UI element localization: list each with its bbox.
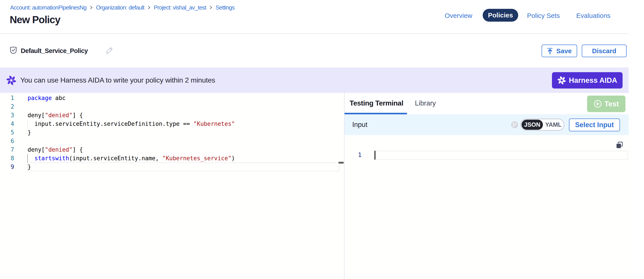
format-toggle: JSON YAML: [520, 119, 564, 131]
input-line-number: 1: [344, 151, 362, 159]
tab-policy-sets[interactable]: Policy Sets: [527, 12, 560, 20]
header-tabs: OverviewPoliciesPolicy SetsEvaluations: [0, 0, 628, 31]
tab-overview[interactable]: Overview: [445, 12, 472, 20]
code-text: deny["denied"] {: [14, 146, 83, 154]
line-number: 5: [0, 128, 14, 137]
line-number: 9: [0, 163, 14, 171]
code-text: deny["denied"] {: [14, 111, 83, 120]
code-token-pl: ] {: [72, 146, 83, 153]
tab-evaluations[interactable]: Evaluations: [576, 12, 610, 20]
testing-terminal-panel: Testing Terminal Library Test Input: [344, 93, 628, 279]
save-button-label: Save: [556, 47, 572, 55]
code-token-kw: package: [28, 95, 52, 101]
aida-button-label: Harness AIDA: [569, 76, 617, 84]
line-number: 4: [0, 120, 14, 128]
policy-editor-page: Account: automationPipelinesNgOrganizati…: [0, 0, 644, 279]
code-token-kw: startswith: [34, 155, 69, 162]
code-text: startswith(input.serviceEntity.name, "Ku…: [14, 154, 235, 163]
input-current-line-highlight: [375, 151, 628, 160]
code-token-pl: }: [28, 164, 31, 170]
code-token-pl: abc: [52, 95, 66, 101]
aida-banner: You can use Harness AIDA to write your p…: [0, 68, 628, 93]
code-line: 8 startswith(input.serviceEntity.name, "…: [0, 154, 344, 163]
tab-policies[interactable]: Policies: [483, 9, 518, 22]
terminal-tabs: Testing Terminal Library Test: [344, 93, 628, 114]
test-button[interactable]: Test: [587, 96, 626, 112]
code-text: input.serviceEntity.serviceDefinition.ty…: [14, 120, 235, 128]
git-branch-icon[interactable]: [511, 122, 518, 129]
code-token-pl: deny[: [28, 146, 45, 153]
policy-code-editor[interactable]: 1package abc23deny["denied"] {4 input.se…: [0, 93, 344, 279]
policy-toolbar: Default_Service_Policy Save Discard: [0, 34, 628, 68]
line-number: 3: [0, 111, 14, 120]
line-number: 6: [0, 137, 14, 146]
code-line: 6: [0, 137, 344, 146]
code-line: 4 input.serviceEntity.serviceDefinition.…: [0, 120, 344, 128]
input-editor[interactable]: 1: [344, 135, 628, 279]
play-circle-icon: [594, 100, 602, 108]
tab-testing-terminal[interactable]: Testing Terminal: [350, 99, 403, 107]
banner-message: You can use Harness AIDA to write your p…: [20, 68, 215, 93]
code-line: 9}: [0, 163, 344, 171]
code-token-str: "denied": [45, 146, 72, 153]
code-text: }: [14, 128, 31, 137]
code-token-pl: [28, 155, 34, 162]
code-line: 2: [0, 102, 344, 111]
input-label: Input: [352, 114, 368, 135]
tab-library[interactable]: Library: [415, 99, 436, 107]
line-number: 2: [0, 102, 14, 111]
line-number: 8: [0, 154, 14, 163]
aida-button-flower-icon: [558, 76, 566, 84]
format-option-yaml[interactable]: YAML: [543, 122, 564, 128]
code-token-str: "denied": [45, 112, 72, 118]
indent-guide: [27, 120, 28, 128]
format-option-json[interactable]: JSON: [522, 120, 543, 130]
main-area: 1package abc23deny["denied"] {4 input.se…: [0, 93, 628, 279]
code-token-pl: input.serviceEntity.serviceDefinition.ty…: [28, 120, 193, 127]
code-line: 1package abc: [0, 94, 344, 102]
code-text: package abc: [14, 94, 66, 102]
line-number: 1: [0, 94, 14, 102]
code-lines: 1package abc23deny["denied"] {4 input.se…: [0, 94, 344, 171]
text-cursor: [374, 151, 376, 160]
active-tab-underline: [344, 113, 407, 114]
aida-flower-icon: [6, 76, 16, 86]
code-token-pl: (input.serviceEntity.name,: [69, 155, 162, 162]
code-line: 5}: [0, 128, 344, 137]
code-line: 7deny["denied"] {: [0, 146, 344, 154]
code-token-pl: ): [232, 155, 235, 162]
select-input-button[interactable]: Select Input: [569, 118, 620, 131]
discard-button[interactable]: Discard: [582, 44, 626, 57]
code-token-pl: }: [28, 129, 31, 136]
copy-icon[interactable]: [615, 141, 624, 150]
test-button-label: Test: [604, 100, 619, 108]
code-line: 3deny["denied"] {: [0, 111, 344, 120]
indent-guide-active: [27, 154, 28, 163]
policy-name: Default_Service_Policy: [21, 46, 88, 55]
line-number: 7: [0, 146, 14, 154]
overview-ruler-cursor-mark: [338, 162, 344, 164]
page-header: Account: automationPipelinesNgOrganizati…: [0, 0, 628, 34]
code-text: [14, 137, 28, 146]
input-toolbar: Input JSON YAML Select Input: [344, 114, 628, 135]
select-input-label: Select Input: [575, 121, 614, 129]
code-token-pl: deny[: [28, 112, 45, 118]
discard-button-label: Discard: [592, 47, 616, 55]
code-token-pl: ] {: [72, 112, 83, 118]
save-button[interactable]: Save: [542, 44, 577, 57]
upload-icon: [547, 48, 553, 54]
edit-pencil-icon[interactable]: [105, 46, 114, 56]
harness-aida-button[interactable]: Harness AIDA: [552, 72, 622, 88]
policy-shield-check-icon: [10, 46, 17, 55]
code-token-str: "Kubernetes": [193, 120, 235, 127]
code-text: [14, 102, 28, 111]
code-token-str: "Kubernetes_service": [162, 155, 232, 162]
code-text: }: [14, 163, 31, 171]
